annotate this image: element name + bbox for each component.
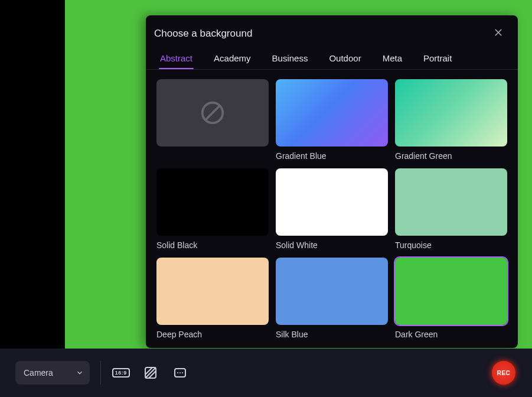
- background-label: Silk Blue: [276, 330, 388, 340]
- modal-header: Choose a background: [146, 15, 518, 48]
- thumb-deep-peach: [156, 258, 269, 325]
- svg-line-1: [206, 106, 220, 120]
- left-strip: [0, 0, 65, 349]
- background-label: Gradient Green: [395, 151, 507, 161]
- background-option-deep-peach[interactable]: Deep Peach: [156, 258, 269, 340]
- aspect-ratio-icon: 16:9: [112, 368, 130, 378]
- close-icon: [493, 27, 504, 38]
- background-label: Deep Peach: [156, 330, 269, 340]
- record-label: REC: [497, 370, 511, 376]
- no-background-icon: [199, 99, 226, 126]
- background-option-gradient-blue[interactable]: Gradient Blue: [276, 79, 388, 161]
- background-option-solid-black[interactable]: Solid Black: [156, 168, 269, 250]
- bottom-toolbar: Camera 16:9 REC: [0, 349, 532, 397]
- thumb-silk-blue: [276, 258, 388, 325]
- background-label: Dark Green: [395, 330, 507, 340]
- background-option-gradient-green[interactable]: Gradient Green: [395, 79, 507, 161]
- background-label: Turquoise: [395, 240, 507, 250]
- background-label: Gradient Blue: [276, 151, 388, 161]
- thumb-solid-white: [276, 168, 388, 236]
- tab-academy[interactable]: Academy: [214, 48, 251, 69]
- close-button[interactable]: [491, 25, 506, 43]
- camera-source-label: Camera: [24, 368, 53, 378]
- tab-portrait[interactable]: Portrait: [423, 48, 452, 69]
- thumb-gradient-blue: [276, 79, 388, 147]
- tab-meta[interactable]: Meta: [383, 48, 402, 69]
- thumb-turquoise: [395, 168, 507, 236]
- category-tabs: Abstract Academy Business Outdoor Meta P…: [146, 48, 518, 70]
- background-grid-container: Gradient Blue Gradient Green Solid Black…: [146, 70, 518, 348]
- thumb-solid-black: [156, 168, 269, 236]
- captions-button[interactable]: [171, 363, 190, 382]
- background-grid-scroll[interactable]: Gradient Blue Gradient Green Solid Black…: [146, 70, 518, 348]
- aspect-ratio-button[interactable]: 16:9: [112, 363, 130, 382]
- divider: [100, 361, 101, 385]
- background-effects-button[interactable]: [141, 363, 160, 382]
- background-option-none[interactable]: [156, 79, 269, 161]
- background-option-solid-white[interactable]: Solid White: [276, 168, 388, 250]
- chevron-down-icon: [76, 369, 84, 377]
- modal-title: Choose a background: [154, 28, 491, 40]
- thumb-dark-green: [395, 258, 507, 325]
- captions-icon: [173, 366, 187, 380]
- svg-point-5: [179, 372, 181, 373]
- background-grid: Gradient Blue Gradient Green Solid Black…: [156, 79, 507, 340]
- tab-abstract[interactable]: Abstract: [160, 48, 192, 69]
- background-label: Solid Black: [156, 240, 269, 250]
- background-label: Solid White: [276, 240, 388, 250]
- hatch-icon: [143, 366, 158, 380]
- thumb-none: [156, 79, 269, 147]
- background-picker-modal: Choose a background Abstract Academy Bus…: [146, 15, 518, 348]
- camera-source-select[interactable]: Camera: [15, 361, 90, 385]
- svg-point-4: [177, 372, 178, 373]
- tab-outdoor[interactable]: Outdoor: [329, 48, 361, 69]
- background-option-turquoise[interactable]: Turquoise: [395, 168, 507, 250]
- record-button[interactable]: REC: [491, 360, 517, 386]
- background-option-dark-green[interactable]: Dark Green: [395, 258, 507, 340]
- background-label: [156, 151, 269, 161]
- svg-point-6: [182, 372, 183, 373]
- thumb-gradient-green: [395, 79, 507, 147]
- background-option-silk-blue[interactable]: Silk Blue: [276, 258, 388, 340]
- tab-business[interactable]: Business: [272, 48, 308, 69]
